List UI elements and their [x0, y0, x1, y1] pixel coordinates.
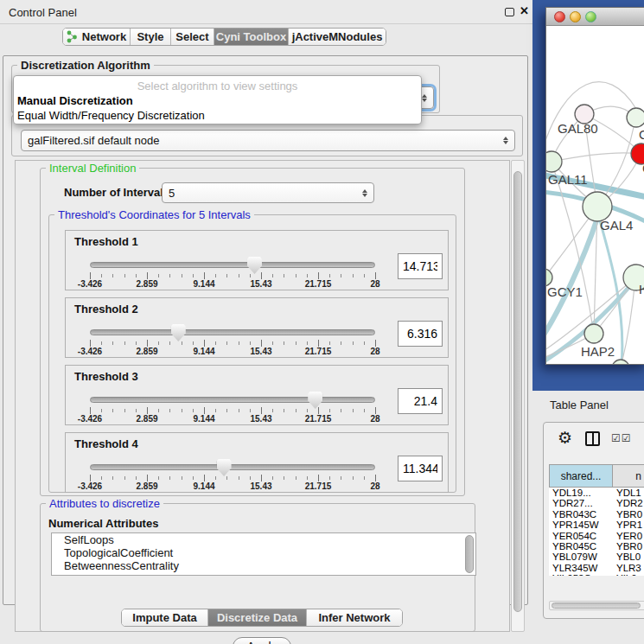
node-gal4[interactable]: [583, 192, 612, 221]
panel-title: Control Panel: [9, 6, 77, 19]
threshold-value-input[interactable]: [398, 388, 443, 414]
tick-label: 15.43: [250, 347, 271, 356]
cell: YLR345W: [549, 563, 613, 573]
node-label: GCY1: [547, 284, 583, 299]
tick-label: 9.144: [193, 279, 214, 289]
list-item[interactable]: SelfLoops: [52, 533, 475, 546]
node-label: GAL80: [558, 121, 598, 136]
tick-label: 21.715: [305, 279, 332, 289]
close-icon[interactable]: ✕: [520, 4, 529, 17]
table-row[interactable]: YBR045CYBR0: [549, 541, 644, 552]
slider-thumb[interactable]: [217, 459, 232, 476]
tab-infer-network[interactable]: Infer Network: [307, 609, 402, 626]
slider-track[interactable]: [90, 464, 375, 470]
slider-ticks: [90, 475, 376, 481]
table-row[interactable]: YDL19...YDL1: [549, 488, 644, 498]
numerical-attributes-label: Numerical Attributes: [48, 517, 158, 530]
edge-highlight: [597, 212, 622, 364]
tick-label: 15.43: [250, 279, 271, 289]
node-label: GAL4: [600, 218, 633, 233]
list-item[interactable]: BetweennessCentrality: [52, 559, 475, 572]
threshold-label: Threshold 2: [74, 303, 138, 316]
table-horizontal-scrollbar: [549, 601, 644, 610]
tab-label: Infer Network: [318, 611, 390, 624]
tab-select[interactable]: Select: [171, 29, 214, 45]
settings-scroll-viewport: Interval Definition Number of Intervals …: [15, 160, 510, 632]
cell: YDL19...: [549, 488, 613, 498]
cell: YPR145W: [549, 520, 613, 530]
column-header-name[interactable]: n: [613, 464, 644, 488]
minimize-traffic-light-icon[interactable]: [570, 11, 581, 22]
threshold-2-panel: Threshold 2 -3.426 2.859 9.144 15.43 21.…: [65, 297, 449, 358]
table-panel-title: Table Panel: [550, 399, 609, 411]
apply-button[interactable]: Apply: [233, 637, 291, 644]
tick-label: 2.859: [136, 481, 157, 491]
slider-ticks: [90, 340, 376, 347]
table-row[interactable]: YIL052CYIL0: [549, 573, 644, 576]
select-columns-checkboxes-icon[interactable]: ☑☑: [611, 432, 632, 444]
tab-network[interactable]: Network: [63, 29, 131, 45]
tab-style[interactable]: Style: [131, 29, 171, 45]
tab-discretize-data[interactable]: Discretize Data: [208, 609, 307, 626]
cell: YER054C: [549, 531, 613, 541]
tab-jactivemnodules[interactable]: jActiveMNodules: [289, 29, 386, 45]
zoom-traffic-light-icon[interactable]: [585, 11, 596, 22]
slider-thumb[interactable]: [171, 324, 186, 341]
list-scrollbar[interactable]: [465, 535, 474, 573]
bottom-tab-bar: Impute Data Discretize Data Infer Networ…: [121, 609, 403, 627]
settings-scrollbar: [511, 160, 525, 632]
cell: YBR043C: [549, 509, 613, 520]
node-partial-top-right[interactable]: [627, 108, 644, 127]
slider-track[interactable]: [90, 397, 375, 403]
tick-label: 9.144: [193, 414, 214, 424]
table-row[interactable]: YER054CYER0: [549, 531, 644, 541]
node-gal11[interactable]: [546, 151, 562, 172]
scrollbar-thumb[interactable]: [513, 171, 522, 612]
slider-track[interactable]: [90, 329, 375, 335]
table-row[interactable]: YDR27...YDR2: [549, 498, 644, 508]
control-panel: Control Panel ✕ Network Style Select Cyn…: [0, 0, 532, 644]
table-row[interactable]: YBL079WYBL0: [549, 552, 644, 562]
threshold-value-input[interactable]: [398, 456, 443, 481]
slider-thumb[interactable]: [247, 257, 262, 274]
cell: YBR0: [613, 541, 642, 552]
tab-impute-data[interactable]: Impute Data: [122, 609, 208, 626]
slider-track[interactable]: [90, 262, 375, 268]
network-canvas[interactable]: GAL80 GA C GAL11 GAL4 GCY1 H HAP2: [546, 26, 644, 364]
split-columns-icon[interactable]: [585, 431, 600, 446]
scrollbar-thumb[interactable]: [552, 603, 641, 609]
node-label: H: [639, 282, 644, 296]
list-item[interactable]: TopologicalCoefficient: [52, 546, 475, 559]
table-row[interactable]: YBR043CYBR0: [549, 509, 644, 520]
float-window-icon[interactable]: [505, 8, 514, 16]
algorithm-group-label: Discretization Algorithm: [17, 59, 154, 72]
close-traffic-light-icon[interactable]: [554, 11, 565, 22]
num-intervals-label: Number of Intervals: [64, 186, 169, 199]
network-window-titlebar: [546, 8, 644, 26]
dropdown-option-equal-width[interactable]: Equal Width/Frequency Discretization: [17, 109, 205, 122]
column-header-shared-name[interactable]: shared...: [549, 464, 613, 488]
table-data-combobox[interactable]: galFiltered.sif default node: [21, 130, 515, 151]
node-partial-bottom[interactable]: [612, 360, 629, 364]
table-row[interactable]: YPR145WYPR1: [549, 520, 644, 530]
num-intervals-combobox[interactable]: 5: [162, 182, 374, 203]
top-tab-bar: Network Style Select Cyni Toolbox jActiv…: [62, 28, 386, 46]
combo-stepper-icon: [422, 94, 427, 102]
cell: YER0: [613, 531, 642, 541]
cell: YDR2: [613, 498, 643, 508]
threshold-value-input[interactable]: [398, 321, 443, 347]
slider-thumb[interactable]: [308, 392, 322, 409]
tick-label: 2.859: [136, 414, 157, 424]
table-row[interactable]: YLR345WYLR3: [549, 563, 644, 573]
threshold-value-input[interactable]: [398, 253, 443, 279]
cell: YIL052C: [549, 573, 613, 576]
tab-label: jActiveMNodules: [292, 30, 383, 43]
tick-label: 2.859: [136, 279, 157, 289]
node-gcy1[interactable]: [546, 269, 552, 286]
attributes-group-label: Attributes to discretize: [46, 497, 163, 510]
gear-icon[interactable]: ⚙: [558, 430, 572, 446]
dropdown-option-manual[interactable]: Manual Discretization: [17, 94, 133, 107]
tab-cyni-toolbox[interactable]: Cyni Toolbox: [214, 29, 289, 45]
node-hap2[interactable]: [584, 324, 603, 343]
tick-label: 15.43: [250, 414, 271, 424]
